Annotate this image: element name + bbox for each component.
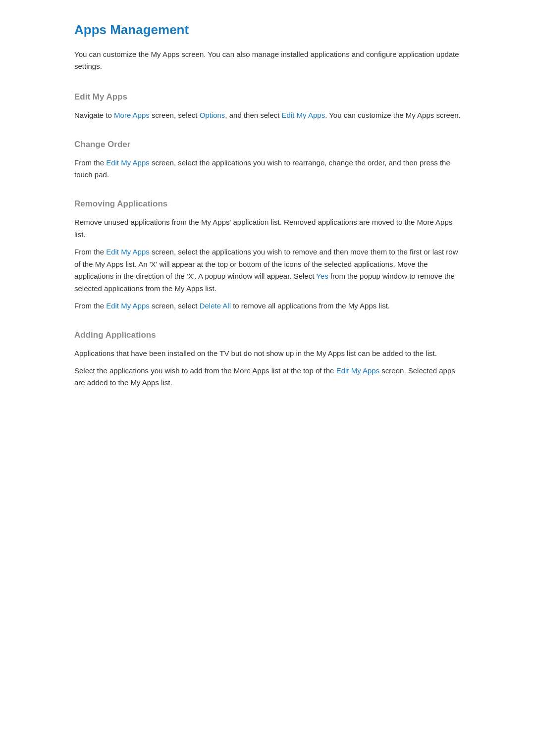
change-order-paragraph-1: From the Edit My Apps screen, select the… (74, 157, 461, 182)
page-container: Apps Management You can customize the My… (45, 0, 490, 425)
section-title-edit-my-apps: Edit My Apps (74, 90, 461, 103)
page-description: You can customize the My Apps screen. Yo… (74, 49, 461, 72)
link-edit-my-apps-4[interactable]: Edit My Apps (106, 302, 150, 310)
section-adding-applications: Adding Applications Applications that ha… (74, 328, 461, 389)
removing-paragraph-1: Remove unused applications from the My A… (74, 216, 461, 241)
section-title-change-order: Change Order (74, 138, 461, 151)
link-edit-my-apps-1[interactable]: Edit My Apps (282, 111, 325, 119)
link-more-apps-1[interactable]: More Apps (114, 111, 150, 119)
link-edit-my-apps-2[interactable]: Edit My Apps (106, 158, 150, 167)
page-title: Apps Management (74, 20, 461, 41)
link-delete-all[interactable]: Delete All (200, 302, 231, 310)
link-edit-my-apps-3[interactable]: Edit My Apps (106, 248, 150, 256)
section-body-adding-applications: Applications that have been installed on… (74, 348, 461, 389)
section-body-removing-applications: Remove unused applications from the My A… (74, 216, 461, 312)
link-options[interactable]: Options (200, 111, 225, 119)
section-body-edit-my-apps: Navigate to More Apps screen, select Opt… (74, 109, 461, 122)
removing-paragraph-3: From the Edit My Apps screen, select Del… (74, 300, 461, 312)
section-change-order: Change Order From the Edit My Apps scree… (74, 138, 461, 182)
adding-paragraph-2: Select the applications you wish to add … (74, 365, 461, 390)
removing-paragraph-2: From the Edit My Apps screen, select the… (74, 246, 461, 295)
edit-my-apps-paragraph-1: Navigate to More Apps screen, select Opt… (74, 109, 461, 122)
link-yes[interactable]: Yes (316, 272, 328, 280)
section-removing-applications: Removing Applications Remove unused appl… (74, 197, 461, 312)
section-title-adding-applications: Adding Applications (74, 328, 461, 342)
section-title-removing-applications: Removing Applications (74, 197, 461, 210)
section-body-change-order: From the Edit My Apps screen, select the… (74, 157, 461, 182)
section-edit-my-apps: Edit My Apps Navigate to More Apps scree… (74, 90, 461, 122)
link-edit-my-apps-5[interactable]: Edit My Apps (336, 366, 380, 375)
adding-paragraph-1: Applications that have been installed on… (74, 348, 461, 360)
